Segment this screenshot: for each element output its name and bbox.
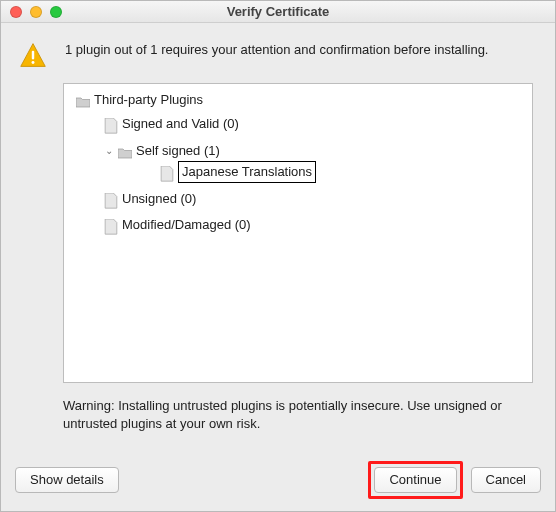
file-icon xyxy=(160,166,174,178)
tree-label-self-signed: Self signed (1) xyxy=(136,141,220,161)
dialog-content: 1 plugin out of 1 requires your attentio… xyxy=(1,23,555,455)
file-icon xyxy=(104,219,118,231)
cancel-button[interactable]: Cancel xyxy=(471,467,541,493)
chevron-down-icon[interactable]: ⌄ xyxy=(104,141,114,161)
tree-node-signed[interactable]: Signed and Valid (0) xyxy=(76,114,524,140)
warning-text: Warning: Installing untrusted plugins is… xyxy=(63,397,533,433)
zoom-icon[interactable] xyxy=(50,6,62,18)
dialog-window: Verify Certificate 1 plugin out of 1 req… xyxy=(0,0,556,512)
tree-node-unsigned[interactable]: Unsigned (0) xyxy=(76,189,524,215)
message-row: 1 plugin out of 1 requires your attentio… xyxy=(19,41,533,69)
continue-highlight: Continue xyxy=(368,461,462,499)
window-controls xyxy=(1,6,62,18)
tree-label-signed: Signed and Valid (0) xyxy=(122,114,239,134)
tree-label-japanese-translations: Japanese Translations xyxy=(178,161,316,183)
svg-rect-0 xyxy=(32,51,34,60)
tree-label-unsigned: Unsigned (0) xyxy=(122,189,196,209)
tree-node-modified[interactable]: Modified/Damaged (0) xyxy=(76,215,524,241)
show-details-button[interactable]: Show details xyxy=(15,467,119,493)
window-title: Verify Certificate xyxy=(1,4,555,19)
continue-button[interactable]: Continue xyxy=(374,467,456,493)
plugin-tree[interactable]: Third-party Plugins Signed and Valid (0) xyxy=(63,83,533,383)
tree-leaf-japanese-translations[interactable]: Japanese Translations xyxy=(104,161,524,188)
tree-root-label: Third-party Plugins xyxy=(94,90,203,110)
close-icon[interactable] xyxy=(10,6,22,18)
minimize-icon[interactable] xyxy=(30,6,42,18)
dialog-message: 1 plugin out of 1 requires your attentio… xyxy=(65,41,488,59)
warning-icon xyxy=(19,41,47,69)
folder-icon xyxy=(118,145,132,157)
button-row: Show details Continue Cancel xyxy=(1,455,555,511)
file-icon xyxy=(104,118,118,130)
file-icon xyxy=(104,193,118,205)
tree-label-modified: Modified/Damaged (0) xyxy=(122,215,251,235)
folder-icon xyxy=(76,94,90,106)
titlebar: Verify Certificate xyxy=(1,1,555,23)
svg-point-1 xyxy=(32,61,35,64)
tree-node-self-signed[interactable]: ⌄ Self signed (1) xyxy=(76,140,524,188)
tree-root[interactable]: Third-party Plugins Signed and Valid (0) xyxy=(72,90,524,241)
